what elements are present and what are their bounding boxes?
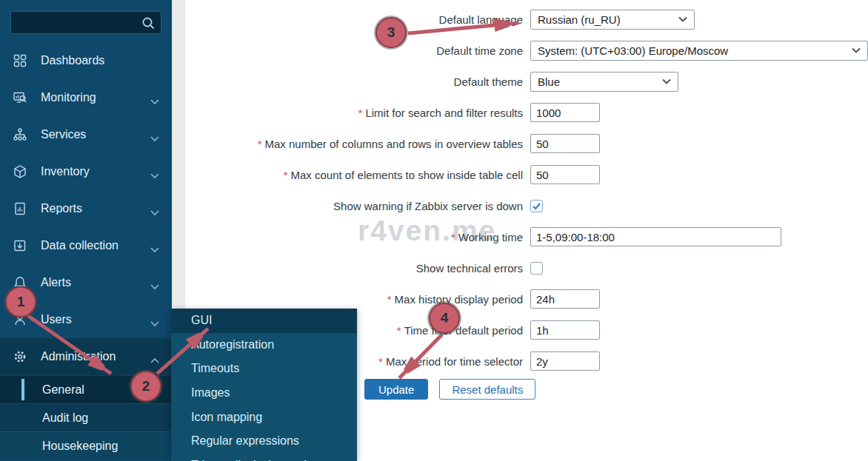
popup-item-regular-expressions[interactable]: Regular expressions [171,429,357,454]
field-label: Default theme [454,75,523,88]
update-button[interactable]: Update [364,379,428,400]
required-marker: * [378,355,383,368]
chevron-down-icon [678,16,687,22]
default-time-zone-select[interactable]: System: (UTC+03:00) Europe/Moscow [530,41,868,61]
sidebar-item-label: Reports [41,202,82,215]
max-history-period-input[interactable] [530,289,600,309]
field-label: Working time [458,231,523,243]
selected-indicator-bar [21,379,24,400]
overview-max-columns-input[interactable] [530,134,600,153]
sidebar-subitem-label: Audit log [42,411,88,425]
field-label: Max history display period [395,293,523,306]
check-icon [532,201,541,211]
chevron-down-icon [662,78,671,84]
inventory-icon [11,164,29,179]
popup-item-gui[interactable]: GUI [171,309,357,333]
field-label: Max number of columns and rows in overvi… [265,138,524,150]
sidebar-item-data-collection[interactable]: Data collection [0,227,172,264]
zabbix-gui-settings-screen: Dashboards Monitoring Services [0,0,868,461]
general-submenu-popup: GUI Autoregistration Timeouts Images Ico… [171,309,357,461]
required-marker: * [258,138,262,150]
table-cell-max-elements-input[interactable] [530,165,600,184]
form-row: Default language Russian (ru_RU) [185,4,868,35]
form-row: *Max number of columns and rows in overv… [185,128,868,159]
form-row: Default theme Blue [185,66,868,97]
sidebar-item-label: Monitoring [41,91,96,104]
annotation-step-4: 4 [429,303,460,334]
form-row: Show technical errors [185,252,868,283]
field-label: Default time zone [436,44,523,57]
required-marker: * [358,107,363,119]
server-down-warning-checkbox[interactable] [530,200,543,212]
popup-item-label: Timeouts [191,362,239,375]
max-time-selector-period-input[interactable] [530,351,600,371]
sidebar-item-inventory[interactable]: Inventory [0,153,172,190]
popup-item-label: Autoregistration [191,338,274,351]
sidebar-item-label: Administration [41,350,116,363]
chevron-up-icon [150,354,159,367]
popup-item-label: GUI [191,314,212,327]
chevron-down-icon [150,132,159,145]
gear-icon [11,349,29,364]
sidebar-subitem-audit-log[interactable]: Audit log [0,403,172,431]
services-icon [11,127,29,142]
field-label: Time filter default period [404,324,523,337]
popup-item-timeouts[interactable]: Timeouts [171,357,357,381]
chevron-down-icon [150,206,159,219]
sidebar-item-label: Dashboards [41,54,104,67]
popup-item-icon-mapping[interactable]: Icon mapping [171,405,357,429]
sidebar-item-dashboards[interactable]: Dashboards [0,42,172,79]
chevron-down-icon [852,47,861,53]
field-label: Show technical errors [416,262,523,275]
sidebar-item-services[interactable]: Services [0,116,172,153]
sidebar-item-label: Alerts [41,276,71,289]
sidebar-subitem-label: Housekeeping [42,440,118,453]
chevron-down-icon [150,169,159,182]
popup-item-trigger-displaying-options[interactable]: Trigger displaying options [171,454,357,461]
annotation-step-2: 2 [130,371,161,402]
chevron-down-icon [150,317,159,330]
form-row: *Max count of elements to show inside ta… [185,159,868,190]
default-theme-select[interactable]: Blue [530,72,678,92]
chevron-down-icon [150,243,159,256]
popup-item-images[interactable]: Images [171,381,357,406]
sidebar-subitem-label: General [42,383,84,397]
reset-defaults-button[interactable]: Reset defaults [439,379,535,400]
search-filter-limit-input[interactable] [530,103,600,122]
popup-item-autoregistration[interactable]: Autoregistration [171,333,357,357]
sidebar-item-label: Users [41,313,72,326]
working-time-input[interactable] [530,227,781,246]
reports-icon [11,201,29,216]
dashboards-icon [11,53,29,68]
popup-item-label: Icon mapping [191,411,262,424]
required-marker: * [284,169,288,181]
form-row: Default time zone System: (UTC+03:00) Eu… [185,35,868,66]
default-language-select[interactable]: Russian (ru_RU) [530,10,695,30]
technical-errors-checkbox[interactable] [530,262,543,275]
annotation-step-3: 3 [375,17,407,48]
search-input[interactable] [16,13,141,33]
selected-value: Russian (ru_RU) [538,13,621,26]
sidebar-item-label: Inventory [41,165,90,178]
chevron-down-icon [150,95,159,108]
form-row: Show warning if Zabbix server is down [185,190,868,221]
required-marker: * [451,231,455,243]
field-label: Show warning if Zabbix server is down [333,200,523,212]
sidebar-item-label: Data collection [41,239,118,252]
field-label: Default language [439,13,523,26]
required-marker: * [387,293,392,306]
form-row: *Limit for search and filter results [185,97,868,128]
sidebar-item-reports[interactable]: Reports [0,190,172,227]
sidebar-search[interactable] [10,11,161,34]
data-collection-icon [11,238,29,253]
search-icon[interactable] [141,16,156,33]
time-filter-period-input[interactable] [530,320,600,340]
monitoring-icon [11,90,29,105]
chevron-down-icon [150,280,159,293]
field-label: Max count of elements to show inside tab… [291,169,524,181]
popup-item-label: Regular expressions [191,434,299,448]
selected-value: System: (UTC+03:00) Europe/Moscow [538,44,728,57]
sidebar-subitem-housekeeping[interactable]: Housekeeping [0,431,172,460]
sidebar-item-monitoring[interactable]: Monitoring [0,79,172,116]
sidebar-item-administration[interactable]: Administration [0,338,172,375]
